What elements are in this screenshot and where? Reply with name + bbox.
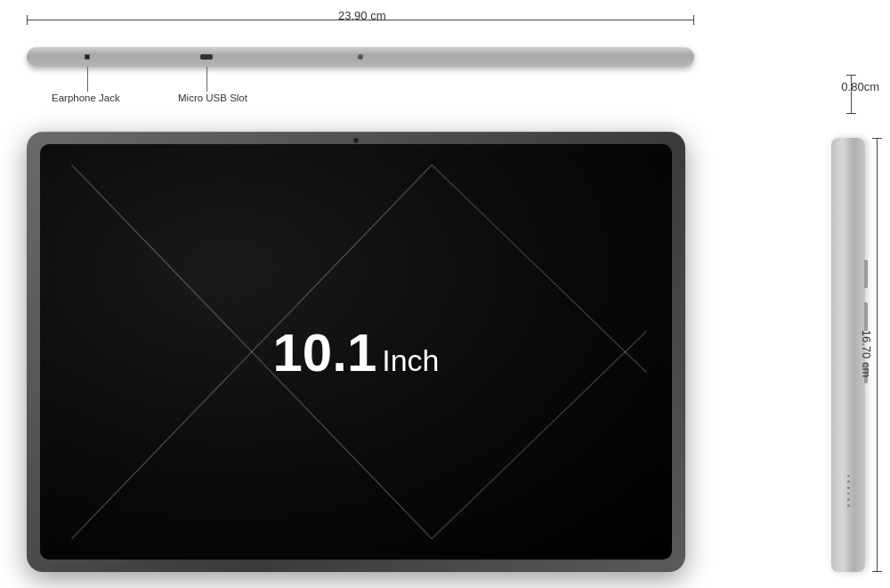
height-label: 16.70 cm xyxy=(860,330,873,377)
usb-connector-line xyxy=(206,67,207,92)
height-dimension-line xyxy=(877,138,878,572)
speaker-grille xyxy=(841,475,855,507)
tablet-top-profile-area: Earphone Jack Micro USB Slot xyxy=(27,34,694,114)
tablet-screen: 10.1Inch xyxy=(40,144,672,560)
volume-up-button xyxy=(864,260,868,288)
earphone-jack-label: Earphone Jack xyxy=(52,93,120,103)
screen-size-unit: Inch xyxy=(382,342,439,376)
tablet-outer-body: 10.1Inch xyxy=(27,132,685,572)
speaker-dot-6 xyxy=(847,504,850,507)
micro-usb-label: Micro USB Slot xyxy=(178,93,247,103)
speaker-dot-1 xyxy=(847,475,850,478)
speaker-dot-3 xyxy=(847,487,850,489)
micro-usb-port xyxy=(200,54,213,60)
jack-connector-line xyxy=(87,67,88,92)
tablet-top-body xyxy=(27,47,694,67)
volume-down-button xyxy=(864,302,868,331)
top-camera xyxy=(358,54,364,60)
tablet-front-view: 10.1Inch xyxy=(27,132,685,572)
earphone-jack-port xyxy=(85,54,90,60)
front-camera xyxy=(352,137,360,144)
speaker-dot-2 xyxy=(847,480,850,483)
screen-size-display: 10.1Inch xyxy=(272,321,439,383)
svg-line-2 xyxy=(432,165,646,373)
screen-size-number: 10.1 xyxy=(272,322,376,382)
width-label: 23.90 cm xyxy=(338,9,385,22)
speaker-dot-4 xyxy=(847,493,850,495)
product-diagram: 23.90 cm 0.80cm Earphone Jack Micro USB … xyxy=(0,0,890,588)
svg-line-3 xyxy=(432,331,646,539)
thickness-label: 0.80cm xyxy=(841,80,879,93)
speaker-dot-5 xyxy=(847,498,850,501)
